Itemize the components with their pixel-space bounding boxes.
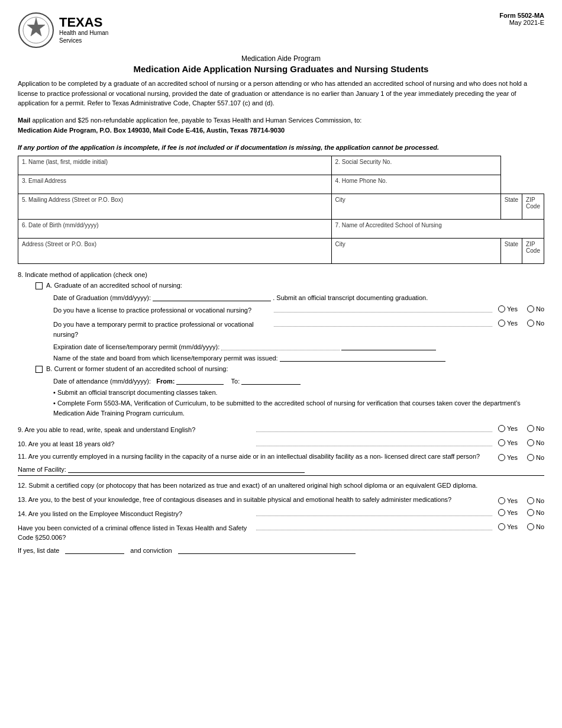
field5-state-label: State <box>505 197 518 203</box>
q-permit-no: No <box>527 318 544 328</box>
q14-no: No <box>527 508 544 518</box>
q13-yes-radio[interactable] <box>498 497 505 504</box>
from-date-field[interactable] <box>176 376 224 385</box>
q15-yn: Yes No <box>498 522 544 532</box>
field3-cell: 3. Email Address <box>18 175 332 194</box>
to-date-field[interactable] <box>241 376 301 385</box>
from-label: From: <box>156 378 175 385</box>
q9-row: 9. Are you able to read, write, speak an… <box>18 424 544 435</box>
q15-no-radio[interactable] <box>527 523 534 530</box>
q10-yn: Yes No <box>498 438 544 448</box>
row-address: Address (Street or P.O. Box) City State … <box>18 239 544 264</box>
state-board-row: Name of the state and board from which l… <box>53 353 544 362</box>
form-fields-table: 1. Name (last, first, middle initial) 2.… <box>18 156 544 264</box>
q11-row: 11. Are you currently employed in a nurs… <box>18 452 544 462</box>
facility-label: Name of Facility: <box>18 466 66 473</box>
q14-text: 14. Are you listed on the Employee Misco… <box>18 509 254 519</box>
q10-no-radio[interactable] <box>527 439 534 446</box>
page-header: TEXAS Health and HumanServices Form 5502… <box>18 12 544 49</box>
q15-no: No <box>527 522 544 532</box>
expiry-date-label: Expiration date of license/temporary per… <box>53 343 219 350</box>
main-title: Medication Aide Application Nursing Grad… <box>18 64 544 74</box>
q14-row: 14. Are you listed on the Employee Misco… <box>18 508 544 519</box>
q15-yes: Yes <box>498 522 518 532</box>
grad-date-field[interactable] <box>153 293 271 301</box>
field1-label: 1. Name (last, first, middle initial) <box>22 159 328 165</box>
q14-yes-radio[interactable] <box>498 509 505 516</box>
option-a-label: A. Graduate of an accredited school of n… <box>46 282 182 289</box>
attendance-row: Date of attendance (mm/dd/yyyy): From: T… <box>53 376 544 385</box>
mail-address: Medication Aide Program, P.O. Box 149030… <box>18 127 285 134</box>
expiry-date-field[interactable] <box>341 342 436 350</box>
q-permit: Do you have a temporary permit to practi… <box>53 318 544 339</box>
field6-cell: 6. Date of Birth (mm/dd/yyyy) <box>18 220 332 239</box>
q-license-text: Do you have a license to practice profes… <box>53 305 272 315</box>
q10-text: 10. Are you at least 18 years old? <box>18 439 254 449</box>
q-license-no: No <box>527 304 544 314</box>
facility-name-field[interactable] <box>68 465 305 473</box>
q12-row: 12. Submit a certified copy (or photocop… <box>18 481 544 491</box>
q-permit-yes-radio[interactable] <box>498 320 505 327</box>
q-permit-text: Do you have a temporary permit to practi… <box>53 320 272 339</box>
q13-text: 13. Are you, to the best of your knowled… <box>18 495 493 505</box>
field7-cell: 7. Name of Accredited School of Nursing <box>331 220 544 239</box>
field4-label: 4. Home Phone No. <box>335 178 497 184</box>
hhs-subtitle: Health and HumanServices <box>59 29 108 44</box>
field2-label: 2. Social Security No. <box>335 159 497 165</box>
q-license-yes-radio[interactable] <box>498 305 505 313</box>
divider-after-q11 <box>18 475 544 476</box>
address-zip-label: ZIP Code <box>526 241 540 254</box>
q13-yes: Yes <box>498 497 518 504</box>
q-license-yn: Yes No <box>498 304 544 314</box>
svg-marker-2 <box>27 18 45 36</box>
attendance-label: Date of attendance (mm/dd/yyyy): <box>53 378 151 385</box>
permit-question-row: Do you have a temporary permit to practi… <box>53 318 544 339</box>
option-b-label: B. Current or former student of an accre… <box>46 365 228 372</box>
q11-yes: Yes <box>498 454 518 461</box>
field7-label: 7. Name of Accredited School of Nursing <box>335 222 540 228</box>
option-b-checkbox[interactable] <box>35 366 43 373</box>
field5-city-cell: City <box>331 194 500 220</box>
q14-yes: Yes <box>498 508 518 518</box>
q10-yes: Yes <box>498 438 518 448</box>
program-name: Medication Aide Program <box>18 54 544 63</box>
bullet2: • Complete Form 5503-MA, Verification of… <box>53 398 544 419</box>
address-cell: Address (Street or P.O. Box) <box>18 239 332 264</box>
q15-yes-radio[interactable] <box>498 523 505 530</box>
q14-no-radio[interactable] <box>527 509 534 516</box>
state-board-field[interactable] <box>280 353 445 362</box>
field2-cell: 2. Social Security No. <box>331 156 500 175</box>
mail-prefix: Mail <box>18 117 30 124</box>
field6-label: 6. Date of Birth (mm/dd/yyyy) <box>22 222 328 228</box>
bullet1: • Submit an official transcript document… <box>53 388 544 398</box>
option-a-checkbox[interactable] <box>35 282 43 289</box>
q12-text: 12. Submit a certified copy (or photocop… <box>18 482 477 489</box>
q11-no: No <box>527 454 544 461</box>
q-permit-yes: Yes <box>498 318 518 328</box>
field3-label: 3. Email Address <box>22 178 328 184</box>
license-question-row: Do you have a license to practice profes… <box>53 304 544 315</box>
warning-text: If any portion of the application is inc… <box>18 143 544 152</box>
field5-label: 5. Mailing Address (Street or P.O. Box) <box>22 197 328 203</box>
section8-title: 8. Indicate method of application (check… <box>18 271 544 278</box>
q15-date-label: If yes, list date <box>18 547 59 554</box>
address-state-cell: State <box>500 239 522 264</box>
mail-text: application and $25 non-refundable appli… <box>30 117 361 124</box>
q15-and: and conviction <box>130 547 172 554</box>
q-license-no-radio[interactable] <box>527 305 534 313</box>
q15-conviction-field[interactable] <box>178 546 356 554</box>
q15-date-field[interactable] <box>65 546 124 554</box>
q9-no-radio[interactable] <box>527 425 534 432</box>
option-b-row: B. Current or former student of an accre… <box>35 365 544 373</box>
q15-text: Have you been convicted of a criminal of… <box>18 523 254 543</box>
q11-yes-radio[interactable] <box>498 454 505 461</box>
q10-yes-radio[interactable] <box>498 439 505 446</box>
q9-yes-radio[interactable] <box>498 425 505 432</box>
q-permit-no-radio[interactable] <box>527 320 534 327</box>
q13-no-radio[interactable] <box>527 497 534 504</box>
logo-area: TEXAS Health and HumanServices <box>18 12 108 49</box>
section-8: 8. Indicate method of application (check… <box>18 271 544 419</box>
q11-no-radio[interactable] <box>527 454 534 461</box>
page-title-area: Medication Aide Program Medication Aide … <box>18 54 544 74</box>
form-info: Form 5502-MA May 2021-E <box>499 12 544 26</box>
